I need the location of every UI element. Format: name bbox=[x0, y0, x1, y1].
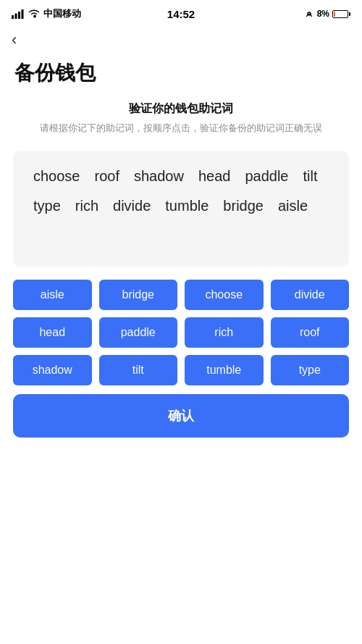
status-time: 14:52 bbox=[167, 8, 195, 20]
page-title: 备份钱包 bbox=[0, 51, 362, 101]
hotspot-icon bbox=[304, 9, 314, 19]
svg-rect-2 bbox=[18, 12, 20, 19]
status-right: 8% bbox=[304, 9, 350, 19]
carrier-name: 中国移动 bbox=[43, 7, 81, 20]
displayed-word[interactable]: shadow bbox=[127, 165, 191, 188]
word-button[interactable]: rich bbox=[185, 317, 264, 348]
displayed-word[interactable]: divide bbox=[106, 195, 158, 217]
svg-rect-1 bbox=[15, 13, 17, 19]
displayed-word[interactable]: tilt bbox=[295, 165, 324, 188]
word-button[interactable]: type bbox=[271, 355, 350, 385]
displayed-word[interactable]: aisle bbox=[271, 195, 315, 217]
word-button[interactable]: head bbox=[13, 317, 92, 348]
confirm-button[interactable]: 确认 bbox=[13, 394, 349, 438]
wifi-icon bbox=[28, 9, 40, 18]
word-button[interactable]: aisle bbox=[13, 280, 92, 310]
section-subtitle: 请根据你记下的助记词，按顺序点击，验证你备份的助记词正确无误 bbox=[14, 121, 348, 136]
word-button[interactable]: choose bbox=[185, 280, 264, 310]
displayed-word[interactable]: paddle bbox=[237, 165, 295, 188]
section-heading: 验证你的钱包助记词 请根据你记下的助记词，按顺序点击，验证你备份的助记词正确无误 bbox=[0, 101, 362, 141]
back-button[interactable]: ‹ bbox=[12, 29, 17, 51]
word-button[interactable]: tumble bbox=[185, 355, 264, 385]
word-display-box: chooseroofshadowheadpaddletilttyperichdi… bbox=[13, 151, 349, 267]
signal-icon bbox=[12, 9, 25, 19]
word-button[interactable]: roof bbox=[271, 317, 350, 348]
displayed-word[interactable]: tumble bbox=[158, 195, 216, 217]
word-buttons-grid: aislebridgechoosedivideheadpaddlerichroo… bbox=[13, 280, 349, 385]
back-arrow-icon: ‹ bbox=[12, 32, 17, 48]
confirm-button-wrap: 确认 bbox=[13, 394, 349, 438]
svg-rect-3 bbox=[22, 9, 24, 19]
battery-icon bbox=[332, 10, 350, 18]
displayed-word[interactable]: choose bbox=[26, 165, 88, 188]
svg-rect-0 bbox=[12, 15, 14, 19]
displayed-word[interactable]: roof bbox=[88, 165, 127, 188]
displayed-word[interactable]: bridge bbox=[216, 195, 271, 217]
displayed-word[interactable]: rich bbox=[68, 195, 106, 217]
status-carrier: 中国移动 bbox=[12, 7, 81, 20]
word-button[interactable]: divide bbox=[271, 280, 350, 310]
displayed-word[interactable]: head bbox=[191, 165, 238, 188]
displayed-word[interactable]: type bbox=[26, 195, 68, 217]
status-bar: 中国移动 14:52 8% bbox=[0, 0, 362, 23]
section-title: 验证你的钱包助记词 bbox=[14, 101, 348, 117]
word-button[interactable]: tilt bbox=[99, 355, 178, 385]
nav-bar: ‹ bbox=[0, 23, 362, 51]
word-button[interactable]: shadow bbox=[13, 355, 92, 385]
word-button[interactable]: bridge bbox=[99, 280, 178, 310]
battery-percent: 8% bbox=[317, 9, 329, 19]
word-button[interactable]: paddle bbox=[99, 317, 178, 348]
